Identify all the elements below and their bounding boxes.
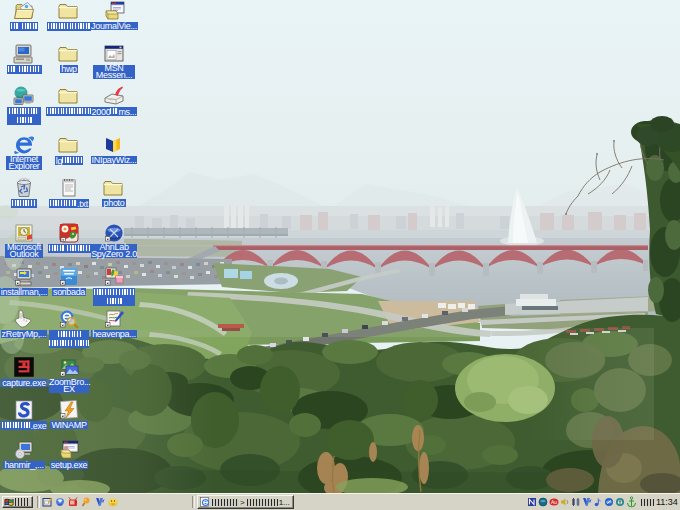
svg-text:Au: Au (551, 499, 557, 505)
